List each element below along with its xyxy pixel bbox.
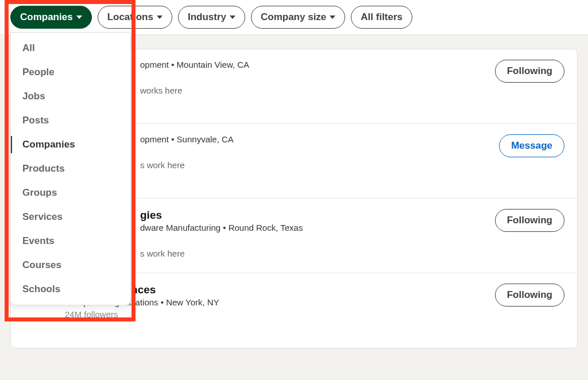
dropdown-item-products[interactable]: Products [11,157,130,181]
action-area: Following [495,209,564,232]
dropdown-item-jobs[interactable]: Jobs [11,84,130,108]
company-connections: s work here [140,249,483,258]
filter-bar: Companies Locations Industry Company siz… [0,0,588,35]
filter-label: All filters [361,11,403,23]
following-button[interactable]: Following [495,60,564,83]
dropdown-item-all[interactable]: All [11,36,130,60]
filter-label: Industry [188,11,226,23]
filter-all-filters[interactable]: All filters [351,6,412,29]
result-info: opment • Sunnyvale, CA s work here [74,134,488,170]
following-button[interactable]: Following [495,284,564,307]
result-info: opment • Mountain View, CA works here [74,60,483,95]
message-button[interactable]: Message [499,134,564,157]
filter-label: Locations [107,11,153,23]
company-connections: s work here [140,160,488,170]
dropdown-item-services[interactable]: Services [11,205,130,229]
dropdown-item-courses[interactable]: Courses [11,253,130,277]
dropdown-item-groups[interactable]: Groups [11,181,130,205]
action-area: Following [495,60,564,83]
action-area: Following [495,284,564,307]
result-info: gies dware Manufacturing • Round Rock, T… [74,209,483,258]
following-button[interactable]: Following [495,209,564,232]
filter-label: Companies [20,11,73,23]
filter-locations[interactable]: Locations [98,6,172,29]
company-name: gies [140,209,483,222]
dropdown-item-posts[interactable]: Posts [11,108,130,133]
company-meta: dware Manufacturing • Round Rock, Texas [140,223,483,232]
action-area: Message [499,134,564,157]
filter-company-size[interactable]: Company size [251,6,345,29]
dropdown-item-people[interactable]: People [11,60,130,84]
filter-label: Company size [261,11,326,23]
companies-dropdown: All People Jobs Posts Companies Products… [10,32,131,305]
dropdown-item-schools[interactable]: Schools [11,277,130,301]
company-followers: 24M followers [65,309,483,319]
dropdown-item-events[interactable]: Events [11,229,130,253]
filter-companies-active[interactable]: Companies [10,6,92,29]
company-connections: works here [140,86,483,95]
caret-down-icon [157,15,163,19]
caret-down-icon [230,15,235,19]
company-meta: opment • Mountain View, CA [140,60,483,69]
caret-down-icon [330,15,335,19]
company-meta: opment • Sunnyvale, CA [140,134,488,144]
caret-down-icon [76,15,82,19]
filter-industry[interactable]: Industry [178,6,245,29]
dropdown-item-companies[interactable]: Companies [11,133,130,157]
